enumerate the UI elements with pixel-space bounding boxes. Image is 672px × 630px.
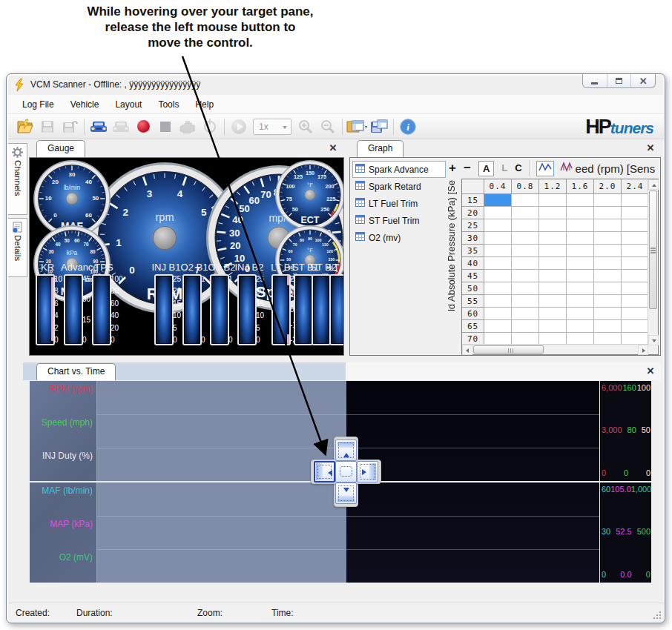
open-log-button[interactable] — [14, 116, 36, 137]
table-cell[interactable] — [594, 295, 622, 308]
table-row-header[interactable]: 15 — [462, 194, 484, 207]
table-cell[interactable] — [594, 282, 622, 295]
table-row-header[interactable]: 50 — [462, 282, 484, 295]
table-cell[interactable] — [567, 270, 594, 282]
table-cell[interactable] — [512, 194, 539, 207]
spike-graph-toggle[interactable] — [559, 160, 573, 176]
table-cell[interactable] — [622, 207, 649, 219]
table-cell[interactable] — [512, 207, 539, 219]
remove-channel-button[interactable]: − — [464, 160, 471, 176]
graph-close-button[interactable]: ✕ — [645, 142, 656, 154]
table-cell[interactable] — [622, 270, 649, 282]
table-row-header[interactable]: 35 — [462, 245, 484, 257]
table-row-header[interactable]: 45 — [462, 270, 484, 282]
table-cell[interactable] — [539, 320, 567, 333]
graph-channel-spark-advance[interactable]: Spark Advance — [352, 161, 446, 178]
dock-right-button[interactable] — [357, 461, 378, 483]
autoscale-button[interactable]: A — [478, 161, 494, 176]
table-cell[interactable] — [512, 245, 539, 257]
table-cell[interactable] — [512, 282, 539, 295]
table-cell[interactable] — [622, 232, 649, 245]
table-cell[interactable] — [484, 295, 512, 308]
table-cell[interactable] — [512, 308, 539, 320]
minimize-button[interactable] — [583, 74, 607, 87]
table-cell[interactable] — [484, 194, 512, 207]
table-cell[interactable] — [567, 257, 594, 270]
table-cell[interactable] — [622, 295, 649, 308]
table-cell[interactable] — [484, 257, 512, 270]
table-cell[interactable] — [484, 320, 512, 333]
table-cell[interactable] — [622, 308, 649, 320]
table-col-header[interactable]: 2.0 — [594, 179, 622, 194]
table-col-header[interactable]: 1.2 — [539, 179, 567, 194]
table-cell[interactable] — [539, 232, 567, 245]
table-cell[interactable] — [622, 257, 649, 270]
resize-grip[interactable] — [653, 611, 661, 619]
table-col-header[interactable]: 2.4 — [622, 179, 649, 194]
table-cell[interactable] — [567, 194, 594, 207]
l-mode-button[interactable]: L — [501, 160, 507, 176]
table-cell[interactable] — [539, 257, 567, 270]
table-cell[interactable] — [512, 232, 539, 245]
menu-help[interactable]: Help — [187, 96, 222, 113]
table-cell[interactable] — [594, 257, 622, 270]
engine-button[interactable] — [177, 116, 199, 137]
read-vehicle-button[interactable] — [88, 116, 110, 137]
table-cell[interactable] — [622, 282, 649, 295]
table-cell[interactable] — [539, 194, 567, 207]
table-row-header[interactable]: 30 — [462, 232, 484, 245]
table-cell[interactable] — [539, 308, 567, 320]
sidebar-tab-channels[interactable]: Channels — [8, 143, 27, 215]
table-cell[interactable] — [594, 270, 622, 282]
table-row-header[interactable]: 65 — [462, 320, 484, 333]
menu-log-file[interactable]: Log File — [14, 96, 62, 113]
zoom-in-button[interactable] — [294, 116, 317, 137]
table-row-header[interactable]: 25 — [462, 219, 484, 232]
table-cell[interactable] — [567, 245, 594, 257]
table-cell[interactable] — [567, 308, 594, 320]
close-button[interactable]: ✕ — [631, 74, 655, 87]
table-cell[interactable] — [567, 207, 594, 219]
table-cell[interactable] — [622, 320, 649, 333]
chart-channel-label[interactable]: Speed (mph) — [42, 417, 93, 428]
table-col-header[interactable]: 0.4 — [484, 179, 512, 194]
table-cell[interactable] — [594, 219, 622, 232]
vertical-scrollbar[interactable] — [648, 179, 658, 345]
chart-channel-label[interactable]: RPM (rpm) — [49, 384, 93, 394]
table-row-header[interactable]: 40 — [462, 257, 484, 270]
restore-button[interactable] — [607, 74, 632, 87]
gauge-close-button[interactable]: ✕ — [327, 142, 339, 154]
table-cell[interactable] — [484, 308, 512, 320]
graph-channel-spark-retard[interactable]: Spark Retard — [352, 178, 446, 195]
table-cell[interactable] — [594, 194, 622, 207]
tab-gauge[interactable]: Gauge — [36, 140, 85, 157]
table-cell[interactable] — [539, 219, 567, 232]
table-cell[interactable] — [484, 282, 512, 295]
add-channel-button[interactable]: + — [449, 160, 456, 176]
menu-layout[interactable]: Layout — [107, 96, 150, 113]
table-cell[interactable] — [594, 232, 622, 245]
table-cell[interactable] — [594, 245, 622, 257]
table-row-header[interactable]: 60 — [462, 308, 484, 320]
table-cell[interactable] — [622, 219, 649, 232]
table-cell[interactable] — [512, 295, 539, 308]
table-cell[interactable] — [567, 219, 594, 232]
table-cell[interactable] — [512, 257, 539, 270]
table-cell[interactable] — [539, 282, 567, 295]
table-row-header[interactable]: 20 — [462, 207, 484, 219]
table-cell[interactable] — [539, 245, 567, 257]
table-cell[interactable] — [594, 207, 622, 219]
tab-chart-vs-time[interactable]: Chart vs. Time — [36, 363, 116, 380]
table-cell[interactable] — [484, 232, 512, 245]
layout-panes-button[interactable] — [346, 116, 368, 137]
dock-center-button[interactable] — [335, 461, 357, 483]
c-mode-button[interactable]: C — [515, 160, 521, 176]
save-log-as-button[interactable] — [59, 116, 81, 137]
chart-channel-label[interactable]: O2 (mV) — [59, 552, 93, 563]
chart-channel-label[interactable]: INJ Duty (%) — [42, 451, 93, 461]
table-cell[interactable] — [567, 295, 594, 308]
table-cell[interactable] — [539, 295, 567, 308]
table-cell[interactable] — [594, 320, 622, 333]
graph-channel-lt-fuel-trim[interactable]: LT Fuel Trim — [352, 195, 446, 212]
zoom-out-button[interactable] — [317, 116, 339, 137]
